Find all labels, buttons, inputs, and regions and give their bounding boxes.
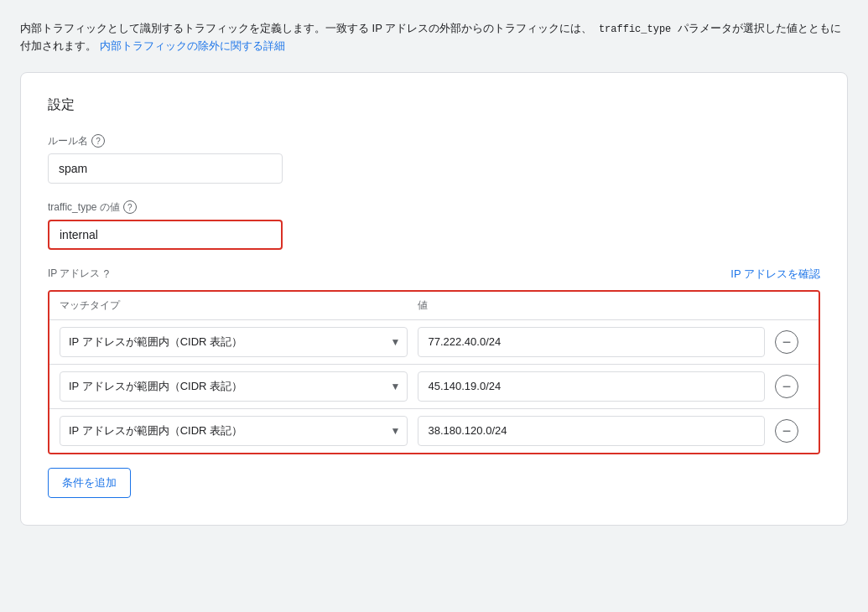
ip-row-3: IP アドレスが範囲内（CIDR 表記） IP アドレスが一致 ▼ − <box>49 409 819 453</box>
ip-value-input-3[interactable] <box>418 416 766 446</box>
description-part1: 内部トラフィックとして識別するトラフィックを定義します。一致する IP アドレス… <box>20 22 592 34</box>
ip-help-icon[interactable]: ? <box>103 268 109 280</box>
traffic-type-code: traffic_type <box>595 23 674 36</box>
ip-address-section: IP アドレス ? IP アドレスを確認 マッチタイプ 値 IP アドレスが範囲… <box>48 267 820 498</box>
page-wrapper: 内部トラフィックとして識別するトラフィックを定義します。一致する IP アドレス… <box>20 20 848 526</box>
ip-table-header: マッチタイプ 値 <box>49 292 819 320</box>
traffic-type-group: traffic_type の値 ? <box>48 200 820 250</box>
match-type-select-3[interactable]: IP アドレスが範囲内（CIDR 表記） IP アドレスが一致 <box>60 416 408 446</box>
ip-label: IP アドレス ? <box>48 267 109 281</box>
ip-table-container: マッチタイプ 値 IP アドレスが範囲内（CIDR 表記） IP アドレスが一致… <box>48 290 820 454</box>
match-type-select-wrapper-2: IP アドレスが範囲内（CIDR 表記） IP アドレスが一致 ▼ <box>60 371 408 402</box>
match-type-select-2[interactable]: IP アドレスが範囲内（CIDR 表記） IP アドレスが一致 <box>60 371 408 402</box>
match-type-select-wrapper-3: IP アドレスが範囲内（CIDR 表記） IP アドレスが一致 ▼ <box>60 416 408 446</box>
traffic-type-label: traffic_type の値 ? <box>48 200 820 215</box>
ip-row-1: IP アドレスが範囲内（CIDR 表記） IP アドレスが一致 ▼ − <box>49 320 819 365</box>
remove-row-1-button[interactable]: − <box>775 330 798 354</box>
remove-row-2-button[interactable]: − <box>775 375 798 398</box>
ip-value-input-2[interactable] <box>418 371 766 402</box>
rule-name-label: ルール名 ? <box>48 134 820 148</box>
match-type-header: マッチタイプ <box>60 298 418 313</box>
match-type-select-1[interactable]: IP アドレスが範囲内（CIDR 表記） IP アドレスが一致 <box>60 327 408 357</box>
add-condition-button[interactable]: 条件を追加 <box>48 468 131 498</box>
ip-section-header: IP アドレス ? IP アドレスを確認 <box>48 267 820 282</box>
ip-row-2: IP アドレスが範囲内（CIDR 表記） IP アドレスが一致 ▼ − <box>49 365 819 409</box>
rule-name-group: ルール名 ? <box>48 134 820 184</box>
settings-card: 設定 ルール名 ? traffic_type の値 ? IP アドレス ? <box>20 72 848 526</box>
ip-value-input-1[interactable] <box>418 327 766 357</box>
description-text: 内部トラフィックとして識別するトラフィックを定義します。一致する IP アドレス… <box>20 20 848 55</box>
traffic-type-help-icon[interactable]: ? <box>123 200 137 214</box>
remove-row-3-button[interactable]: − <box>775 419 798 443</box>
rule-name-help-icon[interactable]: ? <box>91 134 105 148</box>
traffic-type-input[interactable] <box>48 220 283 250</box>
match-type-select-wrapper-1: IP アドレスが範囲内（CIDR 表記） IP アドレスが一致 ▼ <box>60 327 408 357</box>
rule-name-input[interactable] <box>48 153 283 184</box>
learn-more-link[interactable]: 内部トラフィックの除外に関する詳細 <box>100 39 285 52</box>
ip-verify-link[interactable]: IP アドレスを確認 <box>730 267 820 282</box>
value-header: 値 <box>418 298 776 313</box>
card-title: 設定 <box>48 96 820 114</box>
